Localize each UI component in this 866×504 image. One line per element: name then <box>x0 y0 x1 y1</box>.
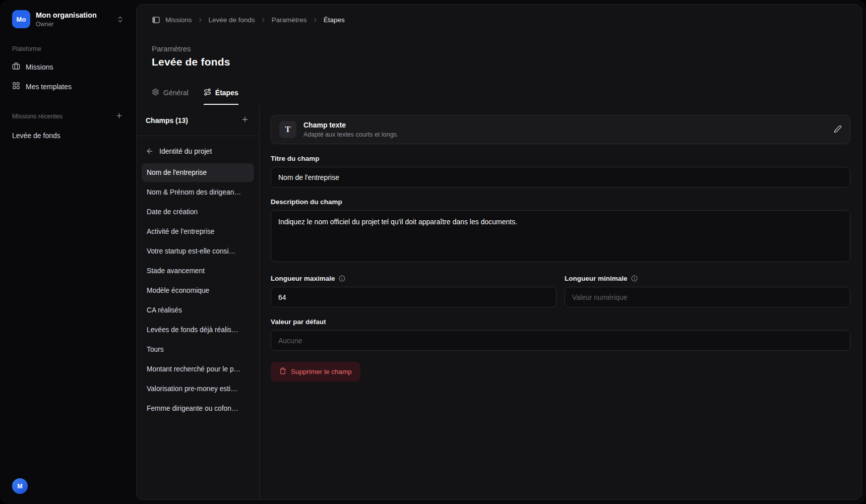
chevron-right-icon <box>312 17 319 23</box>
recent-section-label: Missions récentes <box>12 113 63 120</box>
field-list-item[interactable]: CA réalisés <box>142 301 254 320</box>
length-row: Longueur maximale Longueur minimale <box>271 264 850 307</box>
trash-icon <box>279 367 286 376</box>
delete-field-label: Supprimer le champ <box>291 368 352 375</box>
fields-panel: Champs (13) Identité du projet Nom <box>137 105 260 499</box>
org-switcher[interactable]: Mo Mon organisation Owner <box>8 7 128 31</box>
breadcrumb-item[interactable]: Paramètres <box>272 16 307 24</box>
field-list-item[interactable]: Modèle économique <box>142 281 254 300</box>
field-list-item[interactable]: Tours <box>142 340 254 359</box>
info-icon[interactable] <box>631 275 638 282</box>
tab-label: Général <box>163 89 189 97</box>
breadcrumb: Missions Levée de fonds Paramètres Étape… <box>137 5 861 24</box>
fields-list: Identité du projet Nom de l'entreprise N… <box>137 136 259 426</box>
field-list-item[interactable]: Nom de l'entreprise <box>142 163 254 182</box>
back-arrow-icon[interactable] <box>146 147 154 155</box>
default-value-label: Valeur par défaut <box>271 318 850 326</box>
description-field-label: Description du champ <box>271 198 850 206</box>
recent-missions-header: Missions récentes <box>8 111 128 122</box>
user-avatar[interactable]: M <box>12 478 28 494</box>
field-list-item[interactable]: Montant recherché pour le p… <box>142 360 254 379</box>
info-icon[interactable] <box>339 275 345 282</box>
field-group-label: Identité du projet <box>159 147 212 155</box>
tab-bar: Général Étapes <box>137 88 861 105</box>
field-title-input[interactable] <box>271 167 850 187</box>
max-length-label: Longueur maximale <box>271 275 556 282</box>
field-editor: T Champ texte Adapté aux textes courts e… <box>260 105 861 499</box>
default-value-input[interactable] <box>271 330 850 351</box>
plus-icon <box>241 115 249 125</box>
sidebar-item-missions[interactable]: Missions <box>8 57 128 76</box>
tab-label: Étapes <box>215 89 238 97</box>
briefcase-icon <box>12 62 20 72</box>
field-type-card: T Champ texte Adapté aux textes courts e… <box>271 115 850 144</box>
gear-icon <box>152 88 159 97</box>
recent-nav: Levée de fonds <box>8 127 128 144</box>
breadcrumb-item[interactable]: Levée de fonds <box>209 16 255 24</box>
field-list-item[interactable]: Date de création <box>142 203 254 221</box>
delete-field-button[interactable]: Supprimer le champ <box>271 362 360 382</box>
sidebar-toggle-icon[interactable] <box>152 16 160 24</box>
chevron-right-icon <box>197 17 204 23</box>
field-description-textarea[interactable]: Indiquez le nom officiel du projet tel q… <box>271 210 850 262</box>
chevrons-up-down-icon <box>116 16 124 23</box>
sidebar-item-templates[interactable]: Mes templates <box>8 77 128 96</box>
platform-nav: Missions Mes templates <box>8 57 128 96</box>
max-length-input[interactable] <box>271 287 556 307</box>
edit-type-button[interactable] <box>834 125 842 135</box>
tab-etapes[interactable]: Étapes <box>204 88 238 105</box>
sidebar-item-label: Missions <box>26 63 53 71</box>
app-window: Mo Mon organisation Owner Plateforme Mis… <box>0 0 866 504</box>
main-panel: Missions Levée de fonds Paramètres Étape… <box>136 4 862 500</box>
sidebar-item-label: Mes templates <box>26 83 72 91</box>
add-mission-button[interactable] <box>114 111 124 122</box>
page-title: Levée de fonds <box>152 56 846 68</box>
title-field-label: Titre du champ <box>271 155 850 162</box>
chevron-right-icon <box>260 17 267 23</box>
field-list-item[interactable]: Nom & Prénom des dirigean… <box>142 183 254 202</box>
fields-panel-header: Champs (13) <box>137 105 259 136</box>
field-list-item[interactable]: Levées de fonds déjà réalis… <box>142 321 254 339</box>
sidebar: Mo Mon organisation Owner Plateforme Mis… <box>0 0 136 504</box>
field-list-item[interactable]: Stade avancement <box>142 262 254 280</box>
min-length-input[interactable] <box>565 287 850 307</box>
min-length-label: Longueur minimale <box>565 275 850 282</box>
grid-icon <box>12 82 20 91</box>
field-list-item[interactable]: Votre startup est-elle consi… <box>142 242 254 261</box>
settings-content: Champs (13) Identité du projet Nom <box>137 105 861 499</box>
field-list-item[interactable]: Femme dirigeante ou cofon… <box>142 399 254 418</box>
sidebar-item-levee-de-fonds[interactable]: Levée de fonds <box>8 127 128 144</box>
org-name: Mon organisation <box>36 11 97 20</box>
route-icon <box>204 88 211 97</box>
field-list-item[interactable]: Activité de l'entreprise <box>142 222 254 241</box>
tab-general[interactable]: Général <box>152 88 189 105</box>
breadcrumb-item[interactable]: Missions <box>165 16 192 24</box>
field-type-title: Champ texte <box>303 121 398 129</box>
sidebar-item-label: Levée de fonds <box>12 132 60 140</box>
page-eyebrow: Paramètres <box>152 44 846 53</box>
platform-section-label: Plateforme <box>8 45 128 52</box>
page-header: Paramètres Levée de fonds <box>137 44 861 68</box>
field-list-item[interactable]: Valorisation pre-money esti… <box>142 380 254 398</box>
breadcrumb-item-current: Étapes <box>324 16 345 24</box>
field-group-row: Identité du projet <box>142 143 254 163</box>
org-avatar: Mo <box>12 10 30 28</box>
text-type-icon: T <box>279 121 296 138</box>
field-type-subtitle: Adapté aux textes courts et longs. <box>303 131 398 138</box>
org-role: Owner <box>36 21 97 28</box>
pencil-icon <box>834 125 842 135</box>
plus-icon <box>115 112 123 121</box>
add-field-button[interactable] <box>240 114 250 126</box>
fields-count-title: Champs (13) <box>146 116 188 124</box>
